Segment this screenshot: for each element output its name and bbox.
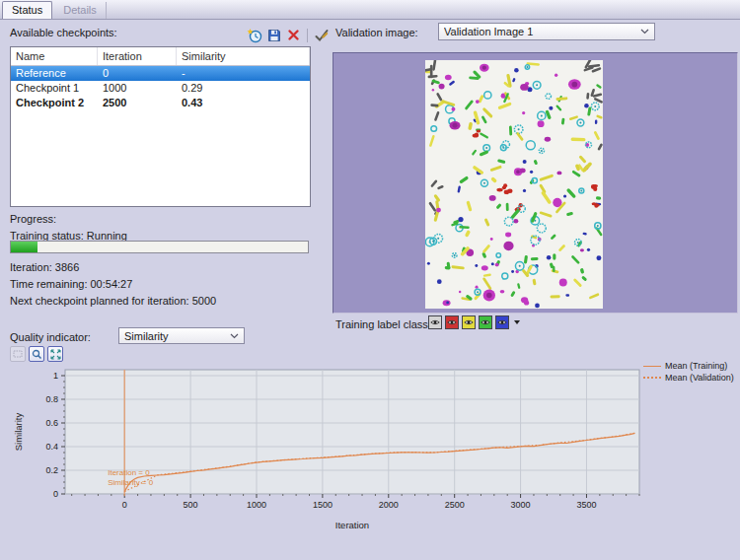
chart-legend: Mean (Training) Mean (Validation) <box>643 360 734 384</box>
checkpoints-table-header[interactable]: Name Iteration Similarity <box>11 47 310 66</box>
svg-text:1: 1 <box>53 371 58 381</box>
svg-text:2500: 2500 <box>445 500 465 510</box>
progress-bar-fill <box>11 242 37 252</box>
delete-checkpoint-button[interactable] <box>285 27 302 43</box>
eye-icon <box>481 318 490 326</box>
legend-label: Mean (Training) <box>665 361 727 371</box>
cell-similarity: - <box>177 66 310 81</box>
cell-similarity: 0.29 <box>177 81 310 96</box>
zoom-selection-icon <box>13 349 23 359</box>
chart-toolbar <box>10 346 63 362</box>
checkpoints-table: Name Iteration Similarity Reference 0 - … <box>10 46 311 207</box>
iteration-text: Iteration: 3866 <box>10 261 79 273</box>
legend-item-validation: Mean (Validation) <box>643 372 734 384</box>
training-progress-bar <box>10 241 309 253</box>
quality-indicator-dropdown[interactable]: Similarity <box>118 327 245 344</box>
validation-image-dropdown[interactable]: Validation Image 1 <box>438 23 655 40</box>
new-checkpoint-icon <box>247 28 262 43</box>
chevron-down-icon <box>640 29 649 35</box>
table-row-checkpoint-2[interactable]: Checkpoint 2 2500 0.43 <box>11 96 310 110</box>
legend-label: Mean (Validation) <box>665 373 734 383</box>
quality-indicator-label: Quality indicator: <box>10 331 91 343</box>
svg-text:0: 0 <box>122 500 127 510</box>
svg-text:0: 0 <box>53 489 58 499</box>
label-class-dropdown-arrow[interactable] <box>514 320 520 324</box>
eye-icon <box>497 318 507 326</box>
table-row-checkpoint-1[interactable]: Checkpoint 1 1000 0.29 <box>11 81 310 96</box>
cell-iteration: 2500 <box>98 96 177 110</box>
fit-view-button[interactable] <box>47 346 63 362</box>
svg-text:0.4: 0.4 <box>45 442 58 452</box>
svg-text:3000: 3000 <box>511 500 531 510</box>
eye-icon <box>447 318 457 326</box>
cell-name: Checkpoint 2 <box>11 96 98 110</box>
table-row-reference[interactable]: Reference 0 - <box>11 66 310 81</box>
eye-icon <box>430 318 440 326</box>
zoom-button[interactable] <box>29 346 44 362</box>
validation-line-sample <box>643 377 661 379</box>
apply-checkpoint-button[interactable] <box>313 27 330 43</box>
available-checkpoints-label: Available checkpoints: <box>10 27 117 38</box>
validation-image-panel <box>333 52 738 314</box>
apply-checkmark-icon <box>314 28 330 43</box>
svg-text:0.8: 0.8 <box>45 394 58 404</box>
checkpoint-toolbar <box>246 27 330 43</box>
delete-icon <box>287 29 300 41</box>
svg-text:Similarity = 0: Similarity = 0 <box>108 478 154 487</box>
svg-text:1000: 1000 <box>247 500 266 510</box>
label-class-toggle-1[interactable] <box>445 315 459 329</box>
magnifier-icon <box>32 349 42 360</box>
chevron-down-icon <box>230 333 239 339</box>
new-checkpoint-button[interactable] <box>246 27 262 43</box>
tab-details[interactable]: Details <box>54 2 107 19</box>
zoom-selection-button[interactable] <box>10 346 26 362</box>
cell-name: Checkpoint 1 <box>11 81 98 96</box>
eye-icon <box>464 318 474 326</box>
tab-bar: Status Details <box>0 0 740 20</box>
svg-text:Similarity: Similarity <box>13 412 24 451</box>
training-label-classes-label: Training label classes: <box>335 318 442 330</box>
label-class-toggle-4[interactable] <box>495 315 509 329</box>
save-icon <box>267 29 281 42</box>
training-line-sample <box>643 366 661 367</box>
column-header-name[interactable]: Name <box>11 47 98 65</box>
svg-text:500: 500 <box>184 500 198 510</box>
column-header-similarity[interactable]: Similarity <box>177 47 310 65</box>
quality-indicator-selected: Similarity <box>124 330 230 342</box>
training-status-panel: Status Details Available checkpoints: <box>0 0 740 560</box>
similarity-chart: 050010001500200025003000350000.20.40.60.… <box>8 365 689 548</box>
save-checkpoint-button[interactable] <box>265 27 282 43</box>
label-class-toggle-3[interactable] <box>479 315 492 329</box>
svg-text:3500: 3500 <box>576 500 596 510</box>
tab-status[interactable]: Status <box>2 1 52 19</box>
svg-text:0.6: 0.6 <box>45 418 58 428</box>
svg-text:0.2: 0.2 <box>45 465 58 475</box>
svg-text:Iteration = 0: Iteration = 0 <box>108 468 150 477</box>
svg-text:1500: 1500 <box>313 500 333 510</box>
label-class-toggle-0[interactable] <box>428 315 442 329</box>
progress-label: Progress: <box>10 213 56 225</box>
time-remaining-text: Time remaining: 00:54:27 <box>10 278 132 290</box>
validation-image-label: Validation image: <box>335 27 418 38</box>
validation-segmentation-image[interactable] <box>425 60 603 309</box>
svg-text:Iteration: Iteration <box>335 520 369 530</box>
label-class-toggle-2[interactable] <box>462 315 476 329</box>
fit-arrows-icon <box>50 349 61 360</box>
cell-iteration: 1000 <box>98 81 177 96</box>
next-checkpoint-text: Next checkpoint planned for iteration: 5… <box>10 295 216 307</box>
cell-name: Reference <box>11 66 98 81</box>
legend-item-training: Mean (Training) <box>643 360 734 372</box>
cell-iteration: 0 <box>98 66 177 81</box>
cell-similarity: 0.43 <box>177 96 310 110</box>
svg-text:2000: 2000 <box>379 500 399 510</box>
label-class-toggles <box>428 315 520 329</box>
validation-image-selected: Validation Image 1 <box>444 26 640 37</box>
toolbar-separator <box>307 29 308 42</box>
column-header-iteration[interactable]: Iteration <box>98 47 177 65</box>
